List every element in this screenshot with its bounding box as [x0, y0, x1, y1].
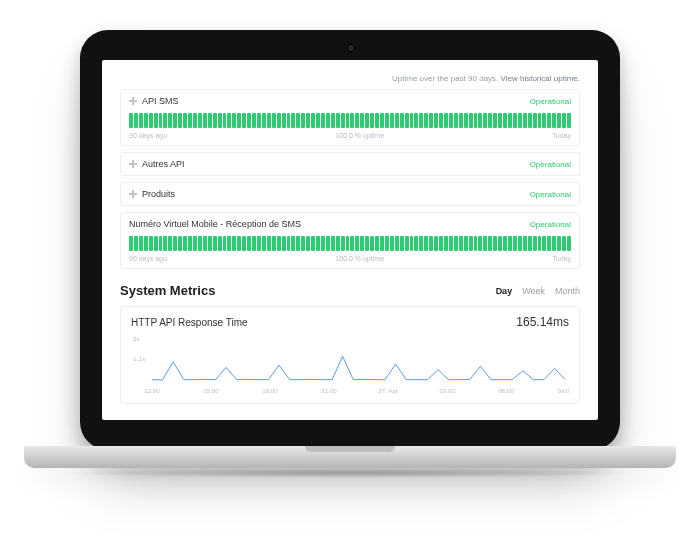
- expand-icon[interactable]: [129, 160, 137, 168]
- expand-icon[interactable]: [129, 190, 137, 198]
- laptop-base: [24, 446, 676, 468]
- uptime-bars: [121, 112, 579, 132]
- bar-right-label: Today: [552, 132, 571, 139]
- uptime-text: Uptime over the past 90 days.: [392, 74, 501, 83]
- uptime-bars: [121, 235, 579, 255]
- service-header[interactable]: API SMS Operational: [121, 90, 579, 112]
- status-badge: Operational: [530, 160, 571, 169]
- bar-left-label: 90 days ago: [129, 255, 167, 262]
- service-card-autres-api: Autres API Operational: [120, 152, 580, 176]
- service-header[interactable]: Numéro Virtuel Mobile - Réception de SMS…: [121, 213, 579, 235]
- historical-uptime-link[interactable]: View historical uptime.: [501, 74, 580, 83]
- bar-left-label: 90 days ago: [129, 132, 167, 139]
- svg-text:15:00: 15:00: [203, 389, 219, 395]
- svg-text:09:00: 09:00: [557, 389, 569, 395]
- status-badge: Operational: [530, 220, 571, 229]
- service-header[interactable]: Produits Operational: [121, 183, 579, 205]
- service-name: API SMS: [142, 96, 179, 106]
- metric-title: HTTP API Response Time: [131, 317, 248, 328]
- response-time-chart: 2s1.1s12:0015:0018:0021:0027. Apr03:0006…: [131, 335, 569, 395]
- service-card-api-sms: API SMS Operational 90 days ago 100.0 % …: [120, 89, 580, 146]
- svg-text:1.1s: 1.1s: [133, 355, 146, 362]
- svg-text:2s: 2s: [133, 335, 140, 342]
- svg-text:06:00: 06:00: [498, 389, 514, 395]
- metric-value: 165.14ms: [516, 315, 569, 329]
- svg-text:12:00: 12:00: [144, 389, 160, 395]
- service-name: Produits: [142, 189, 175, 199]
- metric-card: HTTP API Response Time 165.14ms 2s1.1s12…: [120, 306, 580, 404]
- section-title: System Metrics: [120, 283, 215, 298]
- status-badge: Operational: [530, 190, 571, 199]
- expand-icon[interactable]: [129, 97, 137, 105]
- bar-right-label: Today: [552, 255, 571, 262]
- service-name: Numéro Virtuel Mobile - Réception de SMS: [129, 219, 301, 229]
- system-metrics-header: System Metrics Day Week Month: [120, 283, 580, 298]
- service-header[interactable]: Autres API Operational: [121, 153, 579, 175]
- uptime-note: Uptime over the past 90 days. View histo…: [120, 74, 580, 83]
- service-card-produits: Produits Operational: [120, 182, 580, 206]
- service-name: Autres API: [142, 159, 185, 169]
- laptop-screen: Uptime over the past 90 days. View histo…: [102, 60, 598, 420]
- svg-text:03:00: 03:00: [439, 389, 455, 395]
- tab-month[interactable]: Month: [555, 286, 580, 296]
- bar-center-label: 100.0 % uptime: [335, 255, 384, 262]
- laptop-camera: [347, 44, 355, 52]
- tab-week[interactable]: Week: [522, 286, 545, 296]
- svg-text:18:00: 18:00: [262, 389, 278, 395]
- bar-center-label: 100.0 % uptime: [335, 132, 384, 139]
- svg-text:21:00: 21:00: [321, 389, 337, 395]
- status-badge: Operational: [530, 97, 571, 106]
- service-card-numero-virtuel: Numéro Virtuel Mobile - Réception de SMS…: [120, 212, 580, 269]
- tab-day[interactable]: Day: [496, 286, 513, 296]
- svg-text:27. Apr: 27. Apr: [378, 389, 398, 395]
- range-tabs: Day Week Month: [496, 286, 580, 296]
